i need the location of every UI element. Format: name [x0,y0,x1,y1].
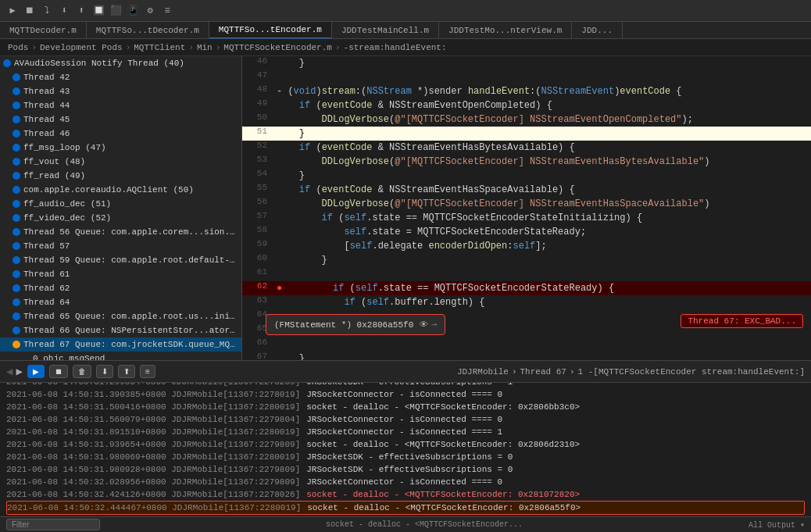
log-timestamp: 2021-06-08 14:50:32.424126+0800 JDJRMobi… [6,488,300,501]
thread-dot-icon [13,327,20,334]
code-line-50: 50 DDLogVerbose(@"[MQTTCFSocketEncoder] … [242,112,811,127]
thread-label: Thread 64 [23,298,70,307]
toolbar-step-in-icon[interactable]: ⬇ [58,5,70,17]
thread-label: Thread 42 [23,73,70,82]
line-number: 59 [242,239,273,253]
tab-mqttfs-encoder[interactable]: MQTTFSo...tEncoder.m [209,22,332,39]
toolbar-step-over-icon[interactable]: ⤵ [41,5,53,17]
thread-dot-icon [13,73,20,81]
log-timestamp: 2021-06-08 14:50:31.939654+0800 JDJRMobi… [6,438,300,451]
thread-dot-icon [13,341,20,348]
thread-item-t-66[interactable]: Thread 66 Queue: NSPersistentStor...ator… [0,323,241,337]
thread-label: Thread 44 [23,101,70,110]
code-line-56: 56 DDLogVerbose(@"[MQTTCFSocketEncoder] … [242,197,811,211]
thread-item-t-57[interactable]: Thread 57 [0,239,241,253]
thread-item-t-67[interactable]: Thread 67 Queue: com.jrocketSDK.queue_MQ… [0,337,241,352]
log-line: 2021-06-08 14:50:31.390385+0800 JDJRMobi… [6,388,805,401]
thread-dot-icon [13,130,20,137]
filter-input[interactable] [6,519,100,530]
run-pause-button[interactable]: ▶ [27,365,45,378]
line-content: if (eventCode & NSStreamEventHasSpaceAva… [273,183,811,197]
nav-forward-icon[interactable]: ▶ [16,365,22,378]
sidebar: AVAudioSession Notify Thread (40)Thread … [0,56,242,360]
toolbar-run-icon[interactable]: ▶ [6,5,19,17]
code-line-67: 67 } [242,352,811,360]
thread-dot-icon [13,228,20,236]
thread-item-t-61[interactable]: Thread 61 [0,267,241,281]
filter-button[interactable]: ≡ [140,365,155,378]
line-content: if (self.buffer.length) { [273,295,811,309]
toolbar-stop-icon[interactable]: ⏹ [23,5,36,17]
thread-item-t-44[interactable]: Thread 44 [0,98,241,112]
breadcrumb-dev-pods[interactable]: Development Pods [40,43,123,52]
thread-dot-icon [13,102,20,109]
breadcrumb-min[interactable]: Min [197,43,213,52]
tab-jdd-main-cell[interactable]: JDDTestMainCell.m [332,22,439,39]
thread-item-t-ffaudio[interactable]: ff_audio_dec (51) [0,197,241,211]
thread-item-t-65[interactable]: Thread 65 Queue: com.apple.root.us...ini… [0,309,241,323]
thread-item-t-ffvout[interactable]: ff_vout (48) [0,155,241,169]
line-number: 54 [242,169,273,183]
thread-dot-icon [13,214,20,222]
thread-item-t-ffread[interactable]: ff_read (49) [0,169,241,183]
thread-item-t-ffvideo[interactable]: ff_video_dec (52) [0,211,241,225]
tab-bar: MQTTDecoder.m MQTTFSo...tDecoder.m MQTTF… [0,22,811,39]
toolbar-more-icon[interactable]: ≡ [161,5,173,17]
bottom-toolbar: ◀ ▶ ▶ ⏹ 🗑 ⬇ ⬆ ≡ JDJRMobile › Thread 67 ›… [0,361,811,383]
tab-mqtt-decoder[interactable]: MQTTDecoder.m [0,22,87,39]
clear-button[interactable]: 🗑 [73,365,91,378]
eye-icon[interactable]: 👁 [420,320,428,330]
log-line: 2021-06-08 14:50:31.891510+0800 JDJRMobi… [6,426,805,438]
thread-item-t-avaudio[interactable]: AVAudioSession Notify Thread (40) [0,56,241,70]
tab-jdd-interview[interactable]: JDDTestMo...nterView.m [439,22,572,39]
code-line-58: 58 self.state = MQTTCFSocketEncoderState… [242,225,811,239]
breadcrumb-file[interactable]: MQTTCFSocketEncoder.m [223,43,332,52]
thread-label: ff_audio_dec (51) [23,199,111,209]
thread-dot-icon [13,158,20,166]
bottom-breadcrumb: JDJRMobile › Thread 67 › 1 -[MQTTCFSocke… [457,367,805,377]
breadcrumb-pods[interactable]: Pods [8,43,28,52]
thread-item-t-43[interactable]: Thread 43 [0,84,241,98]
nav-back-icon[interactable]: ◀ [6,365,13,378]
thread-label: Thread 45 [23,115,70,124]
toolbar-breakpoints-icon[interactable]: ⬛ [109,5,122,17]
toolbar-simulate-icon[interactable]: 📱 [127,5,139,17]
thread-item-t-67-0[interactable]: 0 objc_msgSend [0,352,241,360]
thread-item-t-59[interactable]: Thread 59 Queue: com.apple.root.default-… [0,253,241,267]
stop-button[interactable]: ⏹ [49,365,68,378]
toolbar-settings-icon[interactable]: ⚙ [144,5,156,17]
output-label[interactable]: All Output ▾ [748,520,805,530]
log-line: 2021-06-08 14:50:32.424126+0800 JDJRMobi… [6,488,805,501]
thread-item-t-64[interactable]: Thread 64 [0,295,241,309]
tab-mqttfs-decoder[interactable]: MQTTFSo...tDecoder.m [87,22,209,39]
thread-item-t-46[interactable]: Thread 46 [0,127,241,141]
thread-label: ff_read (49) [23,171,85,180]
toolbar-debug-icon[interactable]: 🔲 [92,5,105,17]
breadcrumb-mqtt-client[interactable]: MQTTClient [134,43,185,52]
log-line: 2021-06-08 14:50:32.444467+0800 JDJRMobi… [6,501,805,515]
line-content: } [273,169,811,183]
line-content: } [273,253,811,267]
thread-item-t-56[interactable]: Thread 56 Queue: com.apple.corem...sion.… [0,225,241,239]
thread-item-t-coreaudio[interactable]: com.apple.coreaudio.AQClient (50) [0,183,241,197]
toolbar-step-out-icon[interactable]: ⬆ [75,5,88,17]
nav-arrows: ◀ ▶ [6,365,23,378]
code-line-47: 47 [242,70,811,84]
log-message: JRSocketSDK - effectiveSubscriptions = 0 [306,463,513,476]
main-area: AVAudioSession Notify Thread (40)Thread … [0,56,811,360]
code-editor[interactable]: 46 }47 48- (void)stream:(NSStream *)send… [242,56,811,360]
thread-label: Thread 65 Queue: com.apple.root.us...ini… [23,312,237,321]
thread-item-t-42[interactable]: Thread 42 [0,70,241,84]
log-timestamp: 2021-06-08 14:50:31.980928+0800 JDJRMobi… [6,463,300,476]
thread-item-t-45[interactable]: Thread 45 [0,112,241,127]
scroll-top-button[interactable]: ⬆ [118,365,135,378]
arrow-icon[interactable]: → [431,320,437,330]
thread-item-t-ffmsg[interactable]: ff_msg_loop (47) [0,141,241,155]
log-line: 2021-06-08 14:50:31.299854+0800 JDJRMobi… [6,383,805,388]
scroll-bottom-button[interactable]: ⬇ [96,365,113,378]
thread-item-t-62[interactable]: Thread 62 [0,281,241,295]
breadcrumb-method[interactable]: -stream:handleEvent: [344,43,447,52]
code-line-63: 63 if (self.buffer.length) { [242,295,811,309]
tab-jdd-more[interactable]: JDD... [572,22,623,39]
log-timestamp: 2021-06-08 14:50:32.444467+0800 JDJRMobi… [7,502,301,514]
